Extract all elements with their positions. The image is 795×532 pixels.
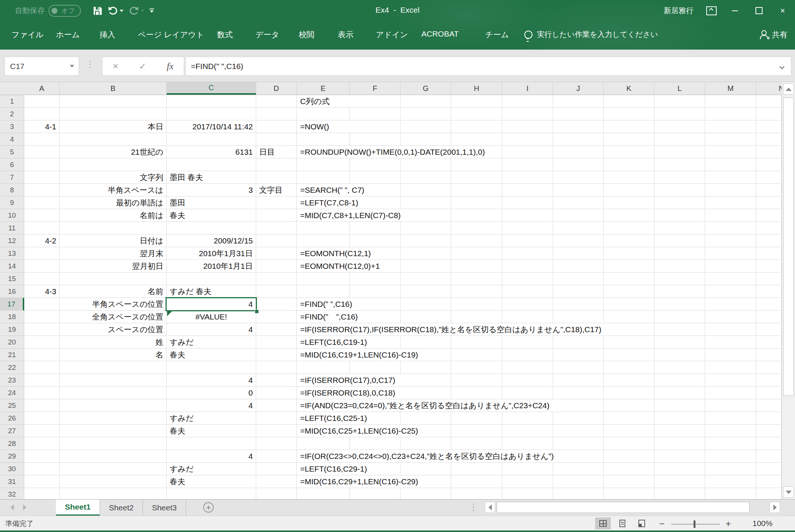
cell-K4[interactable] — [604, 133, 654, 146]
cell-L4[interactable] — [654, 133, 705, 146]
cell-E13[interactable]: =EOMONTH(C12,1) — [297, 247, 376, 259]
cell-B29[interactable] — [60, 450, 167, 463]
cell-C25[interactable]: 4 — [167, 399, 256, 412]
ribbon-display-options-icon[interactable] — [706, 6, 717, 15]
cell-I1[interactable] — [502, 95, 553, 108]
cell-N9[interactable] — [756, 196, 782, 209]
cell-G3[interactable] — [400, 120, 451, 133]
cell-F32[interactable] — [350, 488, 400, 499]
cell-D32[interactable] — [256, 488, 297, 499]
cell-A5[interactable] — [24, 146, 60, 158]
cell-F22[interactable] — [350, 361, 400, 374]
cell-K20[interactable] — [604, 336, 654, 349]
cell-M26[interactable] — [705, 412, 756, 425]
cell-M13[interactable] — [705, 247, 756, 260]
cell-E27[interactable]: =MID(C16,C25+1,LEN(C16)-C25) — [297, 425, 423, 437]
cell-K28[interactable] — [604, 437, 654, 450]
cell-J28[interactable] — [553, 437, 604, 450]
cell-D11[interactable] — [256, 222, 297, 234]
cell-E26[interactable]: =LEFT(C16,C25-1) — [297, 412, 372, 424]
column-header-M[interactable]: M — [705, 82, 756, 95]
cell-G2[interactable] — [400, 108, 451, 120]
cell-N26[interactable] — [756, 412, 782, 425]
cell-D4[interactable] — [256, 133, 297, 146]
cell-M21[interactable] — [705, 349, 756, 361]
cell-N21[interactable] — [756, 349, 782, 361]
cell-G18[interactable] — [400, 311, 451, 323]
cell-B20[interactable]: 姓 — [60, 336, 167, 349]
cell-H14[interactable] — [451, 260, 502, 273]
cell-I9[interactable] — [502, 196, 553, 209]
cell-N6[interactable] — [756, 158, 782, 171]
cell-I5[interactable] — [502, 146, 553, 158]
cell-J21[interactable] — [553, 349, 604, 361]
column-header-A[interactable]: A — [24, 82, 60, 95]
cell-E19[interactable]: =IF(ISERROR(C17),IF(ISERROR(C18),”姓と名を区切… — [297, 323, 607, 336]
zoom-slider-track[interactable] — [671, 524, 720, 525]
row-header-6[interactable]: 6 — [0, 158, 24, 171]
cell-C23[interactable]: 4 — [167, 374, 256, 387]
cell-J5[interactable] — [553, 146, 604, 158]
cell-D25[interactable] — [256, 399, 297, 412]
row-header-22[interactable]: 22 — [0, 361, 24, 374]
cell-D20[interactable] — [256, 336, 297, 349]
cell-E29[interactable]: =IF(OR(C23<>0,C24<>0),C23+C24,”姓と名を区切る空白… — [297, 450, 559, 462]
cell-C22[interactable] — [167, 361, 256, 374]
cell-C2[interactable] — [167, 108, 256, 120]
cell-A22[interactable] — [24, 361, 60, 374]
cell-I27[interactable] — [502, 425, 553, 437]
ribbon-tab-ACROBAT[interactable]: ACROBAT — [421, 29, 459, 38]
cell-J12[interactable] — [553, 234, 604, 247]
cell-E2[interactable] — [297, 108, 350, 120]
cell-I6[interactable] — [502, 158, 553, 171]
cell-H15[interactable] — [451, 273, 502, 285]
column-header-L[interactable]: L — [654, 82, 705, 95]
cell-D27[interactable] — [256, 425, 297, 437]
cell-K17[interactable] — [604, 298, 654, 311]
cell-M9[interactable] — [705, 196, 756, 209]
ribbon-tab-ホーム[interactable]: ホーム — [56, 29, 80, 40]
cell-I11[interactable] — [502, 222, 553, 234]
cell-N11[interactable] — [756, 222, 782, 234]
zoom-in-button[interactable]: + — [726, 519, 731, 529]
row-header-26[interactable]: 26 — [0, 412, 24, 425]
ribbon-tab-校閲[interactable]: 校閲 — [299, 29, 314, 40]
column-header-D[interactable]: D — [256, 82, 297, 95]
cell-H23[interactable] — [451, 374, 502, 387]
column-header-B[interactable]: B — [60, 82, 167, 95]
cell-C26[interactable]: すみだ — [167, 412, 256, 425]
cell-J4[interactable] — [553, 133, 604, 146]
cell-B13[interactable]: 翌月末 — [60, 247, 167, 260]
cell-M11[interactable] — [705, 222, 756, 234]
scroll-up-button[interactable] — [783, 84, 794, 95]
insert-function-icon[interactable]: fx — [167, 61, 174, 72]
cell-D13[interactable] — [256, 247, 297, 260]
cell-M6[interactable] — [705, 158, 756, 171]
cell-J26[interactable] — [553, 412, 604, 425]
cell-A18[interactable] — [24, 311, 60, 323]
row-header-23[interactable]: 23 — [0, 374, 24, 387]
cell-C15[interactable] — [167, 273, 256, 285]
cell-D26[interactable] — [256, 412, 297, 425]
normal-view-button[interactable] — [595, 517, 611, 529]
cell-H9[interactable] — [451, 196, 502, 209]
cell-A9[interactable] — [24, 196, 60, 209]
row-header-31[interactable]: 31 — [0, 475, 24, 488]
cell-D19[interactable] — [256, 323, 297, 336]
cell-N1[interactable] — [756, 95, 782, 108]
cell-D5[interactable]: 日目 — [256, 146, 297, 158]
cell-C7[interactable]: 墨田 春夫 — [167, 171, 256, 184]
cell-A3[interactable]: 4-1 — [24, 120, 60, 133]
cell-A25[interactable] — [24, 399, 60, 412]
cell-G26[interactable] — [400, 412, 451, 425]
cell-K14[interactable] — [604, 260, 654, 273]
row-header-16[interactable]: 16 — [0, 285, 24, 298]
cell-B17[interactable]: 半角スペースの位置 — [60, 298, 167, 311]
cell-M25[interactable] — [705, 399, 756, 412]
cell-A20[interactable] — [24, 336, 60, 349]
cell-K3[interactable] — [604, 120, 654, 133]
worksheet-grid[interactable]: 1C列の式234-1本日2017/10/14 11:42=NOW()4521世紀… — [0, 95, 782, 499]
cell-G15[interactable] — [400, 273, 451, 285]
cell-C5[interactable]: 6131 — [167, 146, 256, 158]
cell-B28[interactable] — [60, 437, 167, 450]
